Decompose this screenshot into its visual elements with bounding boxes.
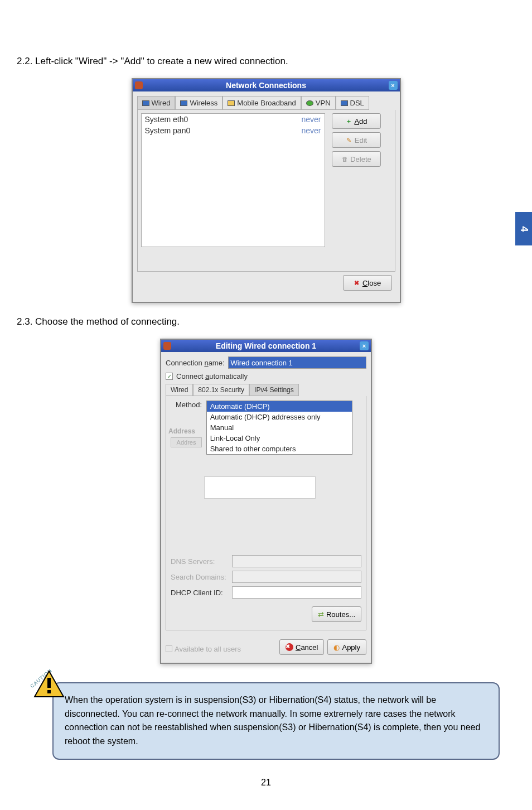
apply-button[interactable]: ◐ Apply — [327, 639, 366, 655]
list-item[interactable]: System eth0 never — [142, 114, 325, 125]
method-label: Method: — [171, 401, 204, 409]
warning-icon — [33, 670, 65, 698]
method-option[interactable]: Automatic (DHCP) addresses only — [207, 412, 352, 422]
trash-icon: 🗑 — [341, 156, 348, 162]
available-all-users-label: Available to all users — [175, 645, 241, 653]
dns-label: DNS Servers: — [171, 557, 232, 566]
page-number: 21 — [0, 778, 532, 788]
connect-auto-label: Connect automatically — [176, 372, 248, 380]
search-domains-input — [232, 571, 361, 583]
window-title: Editing Wired connection 1 — [216, 341, 316, 350]
connect-auto-checkbox[interactable]: ✓ — [166, 373, 173, 380]
app-icon — [163, 342, 171, 350]
cancel-icon: ✖ — [286, 643, 293, 651]
monitor-icon — [180, 100, 187, 106]
titlebar: Editing Wired connection 1 × — [161, 340, 371, 352]
routes-icon: ⇄ — [318, 610, 324, 619]
caution-box: When the operation system is in suspensi… — [52, 682, 500, 760]
dns-input — [232, 555, 361, 567]
svg-rect-1 — [47, 678, 51, 688]
x-icon: ✖ — [354, 279, 360, 286]
lock-icon — [306, 100, 313, 106]
method-dropdown[interactable]: Automatic (DHCP) Automatic (DHCP) addres… — [206, 401, 352, 455]
available-all-users-checkbox — [166, 645, 172, 652]
svg-rect-2 — [47, 690, 51, 693]
method-selected: Automatic (DHCP) — [207, 401, 352, 412]
edit-button: ✎Edit — [332, 132, 381, 148]
editing-wired-window: Editing Wired connection 1 × Connection … — [160, 339, 372, 664]
add-button[interactable]: ＋Add — [332, 113, 381, 129]
app-icon — [135, 81, 143, 89]
method-option[interactable]: Link-Local Only — [207, 433, 352, 443]
cancel-button[interactable]: ✖ Cancel — [279, 639, 324, 655]
step-2-2: 2.2. Left-click "Wired" -> "Add" to crea… — [17, 56, 515, 67]
search-domains-label: Search Domains: — [171, 573, 232, 581]
monitor-icon — [142, 100, 149, 106]
close-button[interactable]: ✖Close — [343, 275, 392, 291]
connection-name-label: Connection name: — [166, 359, 225, 367]
titlebar: Network Connections × — [133, 79, 400, 91]
tab-wired[interactable]: Wired — [166, 384, 193, 396]
tab-vpn[interactable]: VPN — [301, 96, 336, 110]
tab-wireless[interactable]: Wireless — [175, 96, 223, 110]
chapter-tab: 4 — [515, 212, 532, 245]
address-list-area — [204, 476, 316, 499]
tab-mobile-broadband[interactable]: Mobile Broadband — [223, 96, 301, 110]
apply-icon: ◐ — [333, 643, 340, 652]
list-item[interactable]: System pan0 never — [142, 125, 325, 136]
tab-8021x[interactable]: 802.1x Security — [193, 384, 249, 396]
method-option[interactable]: Manual — [207, 422, 352, 433]
routes-button[interactable]: ⇄ Routes... — [312, 606, 361, 622]
tab-dsl[interactable]: DSL — [336, 96, 369, 110]
close-icon[interactable]: × — [360, 341, 369, 350]
plus-icon: ＋ — [345, 118, 352, 124]
tab-ipv4[interactable]: IPv4 Settings — [249, 384, 299, 396]
step-2-3: 2.3. Choose the method of connecting. — [17, 316, 515, 327]
monitor-icon — [341, 100, 348, 106]
connection-name-input[interactable]: Wired connection 1 — [228, 356, 366, 369]
window-title: Network Connections — [226, 81, 306, 90]
pencil-icon: ✎ — [346, 137, 352, 143]
tab-wired[interactable]: Wired — [137, 96, 176, 110]
address-column-header: Addres — [171, 437, 202, 447]
address-label: Address — [168, 427, 195, 435]
antenna-icon — [228, 100, 235, 106]
network-connections-window: Network Connections × Wired Wireless Mob… — [132, 78, 401, 303]
dhcp-client-id-input[interactable] — [232, 586, 361, 599]
connection-list[interactable]: System eth0 never System pan0 never — [141, 113, 325, 247]
close-icon[interactable]: × — [389, 81, 398, 90]
delete-button: 🗑Delete — [332, 151, 381, 167]
method-option[interactable]: Shared to other computers — [207, 443, 352, 454]
dhcp-client-id-label: DHCP Client ID: — [171, 589, 232, 597]
